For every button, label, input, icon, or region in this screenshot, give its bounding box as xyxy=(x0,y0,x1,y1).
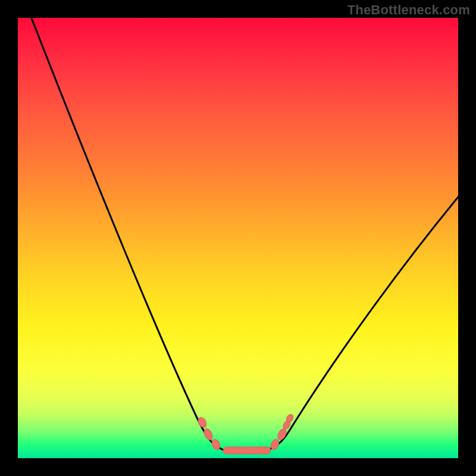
watermark-text: TheBottleneck.com xyxy=(347,2,470,18)
marker-dot xyxy=(276,427,288,441)
chart-svg xyxy=(18,18,458,458)
marker-valley xyxy=(223,447,271,454)
chart-frame: TheBottleneck.com xyxy=(0,0,476,476)
chart-plot-area xyxy=(18,18,458,458)
marker-dot xyxy=(196,416,208,429)
bottleneck-curve xyxy=(27,18,458,450)
marker-dot xyxy=(202,427,214,441)
